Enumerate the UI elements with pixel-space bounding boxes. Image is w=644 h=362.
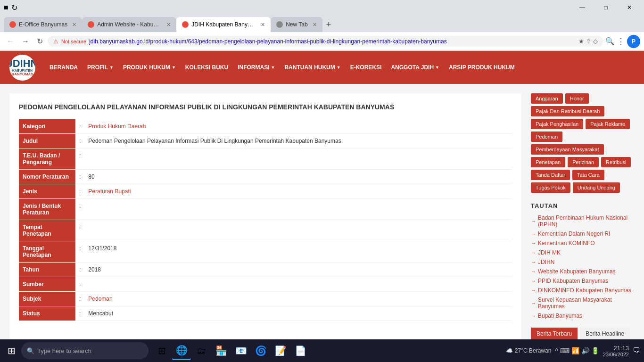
more-options-icon[interactable]: ⋮ xyxy=(617,36,625,47)
nav-item-e-koreksi[interactable]: E-KOREKSI xyxy=(350,64,382,71)
tag-button[interactable]: Pemberdayaan Masyarakat xyxy=(531,144,604,155)
browser-tab-tab3[interactable]: JDIH Kabupaten Banyumas ✕ xyxy=(176,17,271,32)
tag-button[interactable]: Pajak Penghasilan xyxy=(531,119,583,129)
tautan-link[interactable]: →JDIHN xyxy=(531,257,635,267)
notification-icon[interactable]: 🗨 xyxy=(633,346,640,355)
forward-button[interactable]: → xyxy=(19,35,32,48)
tag-button[interactable]: Tata Cara xyxy=(572,170,604,180)
detail-label: T.E.U. Badan / Pengarang xyxy=(19,148,75,169)
tag-button[interactable]: Pajak Dan Retribusi Daerah xyxy=(531,106,604,116)
taskbar-chrome-icon[interactable]: 🌀 xyxy=(251,341,270,360)
nav-item-koleksi-buku[interactable]: KOLEKSI BUKU xyxy=(185,64,228,71)
minimize-button[interactable]: — xyxy=(571,0,593,15)
tautan-link-text: Bupati Banyumas xyxy=(538,313,582,319)
detail-value: Mencabut xyxy=(84,306,512,321)
tautan-link[interactable]: →Website Kabupaten Banyumas xyxy=(531,267,635,276)
detail-value xyxy=(84,220,512,241)
tab-close-icon[interactable]: ✕ xyxy=(166,22,171,28)
berita-tab-berita-headline[interactable]: Berita Headline xyxy=(580,328,630,340)
tautan-link[interactable]: →DINKOMINFO Kabupaten Banyumas xyxy=(531,286,635,295)
site-logo[interactable]: JDIHN KABUPATEN BANYUMAS xyxy=(9,55,35,81)
detail-value[interactable]: Produk Hukum Daerah xyxy=(84,119,512,134)
tag-button[interactable]: Pedoman xyxy=(531,132,562,142)
chevron-up-icon[interactable]: ^ xyxy=(555,347,558,354)
berita-tabs: Berita TerbaruBerita Headline xyxy=(531,328,635,340)
dropdown-arrow-icon: ▼ xyxy=(337,65,341,70)
berita-tab-berita-terbaru[interactable]: Berita Terbaru xyxy=(531,328,578,340)
tag-button[interactable]: Retribusi xyxy=(601,157,631,167)
taskbar-view-icon[interactable]: ⊞ xyxy=(152,341,171,360)
tag-button[interactable]: Tanda Daftar xyxy=(531,170,570,180)
detail-label: Sumber xyxy=(19,277,75,291)
tautan-link[interactable]: →PPID Kabupaten Banyumas xyxy=(531,276,635,286)
search-bar[interactable]: 🔍 Type here to search xyxy=(21,342,149,359)
not-secure-label: Not secure xyxy=(61,39,86,44)
maximize-button[interactable]: □ xyxy=(595,0,617,15)
taskbar-edge-icon[interactable]: 🌐 xyxy=(172,341,191,360)
tag-button[interactable]: Honor xyxy=(565,93,589,104)
tautan-link[interactable]: →Bupati Banyumas xyxy=(531,311,635,321)
tab-close-icon[interactable]: ✕ xyxy=(313,22,317,28)
tautan-link[interactable]: →Badan Pembinaan Hukum Nasional (BPHN) xyxy=(531,213,635,229)
tab-close-icon[interactable]: ✕ xyxy=(72,22,76,28)
tag-button[interactable]: Perizinan xyxy=(568,157,599,167)
tag-button[interactable]: Undang Undang xyxy=(573,182,620,193)
tab-close-icon[interactable]: ✕ xyxy=(261,22,265,28)
detail-colon: : xyxy=(75,169,84,184)
tautan-link[interactable]: →JDIH MK xyxy=(531,248,635,257)
reload-button[interactable]: ↻ xyxy=(34,35,46,48)
tautan-title: TAUTAN xyxy=(531,202,635,209)
tag-button[interactable]: Pajak Reklame xyxy=(586,119,630,129)
browser-tab-tab2[interactable]: Admin Website - Kabupaten Ban... ✕ xyxy=(82,17,176,32)
taskbar-word-icon[interactable]: 📝 xyxy=(271,341,290,360)
back-button[interactable]: ← xyxy=(4,35,17,48)
cloud-icon: ☁️ xyxy=(506,347,513,354)
nav-item-anggota-jdih[interactable]: ANGGOTA JDIH▼ xyxy=(391,64,439,71)
search-icon: 🔍 xyxy=(27,347,34,354)
search-labs-icon[interactable]: 🔍 xyxy=(605,37,615,46)
tag-button[interactable]: Tugas Pokok xyxy=(531,182,570,193)
keyboard-icon[interactable]: ⌨ xyxy=(560,347,570,354)
profile-button[interactable]: P xyxy=(627,35,640,48)
tag-button[interactable]: Anggaran xyxy=(531,93,563,104)
detail-colon: : xyxy=(75,262,84,277)
nav-item-informasi[interactable]: INFORMASI▼ xyxy=(238,64,275,71)
wifi-icon[interactable]: 📶 xyxy=(571,347,579,354)
browser-tab-tab4[interactable]: New Tab ✕ xyxy=(271,17,322,32)
taskbar-word2-icon[interactable]: 📄 xyxy=(291,341,310,360)
battery-icon[interactable]: 🔋 xyxy=(591,347,599,354)
share-icon[interactable]: ⇧ xyxy=(586,38,591,45)
detail-label: Tempat Penetapan xyxy=(19,220,75,241)
tag-button[interactable]: Penetapan xyxy=(531,157,565,167)
security-icon: ⚠ xyxy=(53,38,58,45)
taskbar-taskview-icon[interactable]: 🗂 xyxy=(192,341,211,360)
detail-value[interactable]: Pedoman xyxy=(84,291,512,306)
tautan-link-text: Badan Pembinaan Hukum Nasional (BPHN) xyxy=(538,214,635,228)
start-button[interactable]: ⊞ xyxy=(4,343,19,358)
browser-tab-tab1[interactable]: E-Office Banyumas ✕ xyxy=(4,17,82,32)
bookmark-icon[interactable]: ★ xyxy=(578,38,584,45)
extensions-icon[interactable]: ◇ xyxy=(593,38,598,45)
close-button[interactable]: ✕ xyxy=(619,0,640,15)
tautan-list: →Badan Pembinaan Hukum Nasional (BPHN)→K… xyxy=(531,213,635,321)
search-input-placeholder: Type here to search xyxy=(37,347,91,354)
nav-item-bantuan-hukum[interactable]: BANTUAN HUKUM▼ xyxy=(284,64,340,71)
taskbar-mail-icon[interactable]: 📧 xyxy=(231,341,250,360)
tautan-link[interactable]: →Kementrian KOMINFO xyxy=(531,239,635,248)
nav-label: PRODUK HUKUM xyxy=(123,64,170,71)
detail-value[interactable]: Peraturan Bupati xyxy=(84,184,512,198)
nav-item-beranda[interactable]: BERANDA xyxy=(50,64,78,71)
tautan-link[interactable]: →Kementrian Dalam Negeri RI xyxy=(531,229,635,239)
nav-item-produk-hukum[interactable]: PRODUK HUKUM▼ xyxy=(123,64,176,71)
address-bar[interactable]: ⚠ Not secure jdih.banyumaskab.go.id/prod… xyxy=(48,36,603,47)
clock-widget[interactable]: 21:13 23/06/2022 xyxy=(603,345,629,357)
detail-value: 80 xyxy=(84,169,512,184)
volume-icon[interactable]: 🔊 xyxy=(581,347,589,354)
new-tab-button[interactable]: + xyxy=(322,17,335,32)
nav-item-profil[interactable]: PROFIL▼ xyxy=(87,64,114,71)
nav-item-arsip-produk-hukum[interactable]: ARSIP PRODUK HUKUM xyxy=(449,64,515,71)
tautan-link[interactable]: →Survei Kepuasan Masyarakat Banyumas xyxy=(531,295,635,311)
detail-colon: : xyxy=(75,220,84,241)
taskbar-store-icon[interactable]: 🏪 xyxy=(212,341,231,360)
tautan-link-text: Survei Kepuasan Masyarakat Banyumas xyxy=(538,296,635,310)
